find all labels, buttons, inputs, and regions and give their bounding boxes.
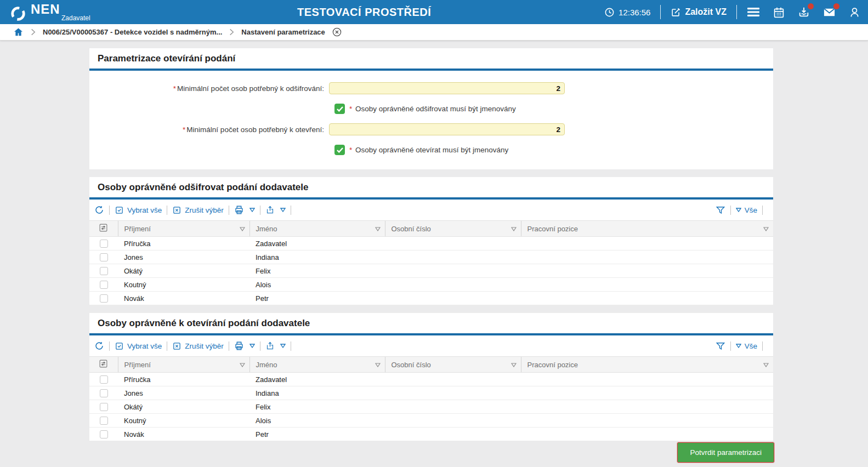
print-button[interactable]: [234, 341, 255, 351]
row-checkbox[interactable]: [100, 417, 108, 425]
column-label: Osobní číslo: [392, 361, 431, 369]
row-checkbox-cell: [89, 264, 118, 278]
column-header-surname[interactable]: Příjmení: [118, 357, 249, 373]
open-named-checkbox[interactable]: [334, 145, 345, 155]
row-checkbox[interactable]: [100, 267, 108, 275]
filter-scope-dropdown[interactable]: Vše: [736, 206, 757, 214]
open-count-label: *Minimální počet osob potřebný k otevřen…: [89, 126, 329, 134]
table-row: NovákPetr: [89, 292, 773, 305]
open-count-input[interactable]: 2: [329, 123, 565, 135]
export-button[interactable]: [265, 341, 286, 351]
decrypt-persons-panel: Osoby oprávněné odšifrovat podání dodava…: [89, 177, 773, 305]
row-checkbox[interactable]: [100, 375, 108, 384]
refresh-button[interactable]: [94, 205, 104, 215]
filter-button[interactable]: [716, 341, 725, 351]
dropdown-triangle-icon: [736, 344, 741, 348]
column-settings-header[interactable]: [89, 357, 118, 373]
row-checkbox-cell: [89, 292, 118, 305]
clear-selection-icon: [172, 206, 181, 215]
column-header-firstname[interactable]: Jméno: [249, 221, 385, 237]
table-row: PříručkaZadavatel: [89, 373, 773, 386]
filter-button[interactable]: [716, 205, 725, 215]
row-checkbox[interactable]: [100, 253, 108, 261]
calendar-button[interactable]: [773, 7, 785, 18]
clear-selection-button[interactable]: Zrušit výběr: [172, 206, 224, 215]
column-filter-icon[interactable]: [511, 227, 517, 231]
export-icon: [265, 341, 275, 351]
column-header-position[interactable]: Pracovní pozice: [521, 357, 773, 373]
column-filter-icon[interactable]: [763, 363, 769, 367]
user-icon: [849, 7, 860, 18]
column-filter-icon[interactable]: [511, 363, 517, 367]
select-all-button[interactable]: Vybrat vše: [115, 206, 162, 215]
row-checkbox[interactable]: [100, 389, 108, 397]
nen-logo[interactable]: NEN Zadavatel: [10, 3, 90, 22]
table-cell: [385, 264, 521, 278]
decrypt-named-checkbox[interactable]: [334, 104, 345, 114]
form-row-decrypt-count: *Minimální počet osob potřebný k odšifro…: [89, 82, 773, 94]
column-filter-icon[interactable]: [240, 363, 245, 367]
export-button[interactable]: [265, 205, 286, 215]
close-tab-icon[interactable]: [332, 27, 342, 37]
column-header-personal-number[interactable]: Osobní číslo: [385, 357, 521, 373]
print-button[interactable]: [234, 205, 255, 215]
table-cell: Zadavatel: [249, 237, 385, 250]
column-filter-icon[interactable]: [375, 363, 381, 367]
column-filter-icon[interactable]: [375, 227, 381, 231]
clear-selection-icon: [172, 341, 181, 351]
table-cell: Felix: [249, 400, 385, 414]
chevron-right-icon: [229, 29, 235, 36]
row-checkbox[interactable]: [100, 403, 108, 411]
select-all-icon: [115, 206, 124, 215]
table-cell: [521, 373, 773, 386]
topbar-separator: [660, 5, 661, 19]
table-cell: Indiana: [249, 250, 385, 264]
column-header-surname[interactable]: Příjmení: [118, 221, 249, 237]
toolbar-separator: [762, 206, 763, 215]
breadcrumb-item-current[interactable]: Nastavení parametrizace: [241, 28, 325, 36]
column-label: Osobní číslo: [392, 225, 431, 233]
row-checkbox[interactable]: [100, 281, 108, 289]
home-icon[interactable]: [13, 27, 24, 37]
create-vz-button[interactable]: Založit VZ: [671, 7, 727, 18]
filter-scope-dropdown[interactable]: Vše: [736, 342, 757, 350]
session-time: 12:36:56: [604, 7, 650, 18]
select-all-button[interactable]: Vybrat vše: [115, 341, 162, 351]
toolbar-separator: [167, 206, 167, 215]
messages-button[interactable]: [823, 6, 836, 19]
column-filter-icon[interactable]: [763, 227, 769, 231]
column-label: Příjmení: [124, 225, 151, 233]
table-cell: Koutný: [118, 414, 249, 428]
table-cell: Indiana: [249, 386, 385, 400]
row-checkbox[interactable]: [100, 430, 108, 438]
breadcrumb-item-contract[interactable]: N006/25/V00005367 - Detekce vozidel s na…: [43, 28, 222, 36]
open-persons-table: Příjmení Jméno Osobní číslo Pracovní poz…: [89, 356, 773, 441]
row-checkbox-cell: [89, 237, 118, 250]
downloads-button[interactable]: [798, 6, 810, 18]
toolbar-separator: [291, 341, 291, 351]
table-row: JonesIndiana: [89, 386, 773, 400]
row-checkbox[interactable]: [100, 294, 108, 303]
check-row-open-named: * Osoby oprávněné otevírat musí být jmen…: [334, 145, 773, 155]
column-header-position[interactable]: Pracovní pozice: [521, 221, 773, 237]
column-settings-header[interactable]: [89, 221, 118, 237]
column-header-firstname[interactable]: Jméno: [249, 357, 385, 373]
clear-selection-button[interactable]: Zrušit výběr: [172, 341, 224, 351]
decrypt-count-input[interactable]: 2: [329, 82, 565, 94]
table-cell: Alois: [249, 414, 385, 428]
menu-button[interactable]: [747, 7, 760, 18]
refresh-button[interactable]: [94, 341, 104, 351]
table-cell: Příručka: [118, 373, 249, 386]
column-header-personal-number[interactable]: Osobní číslo: [385, 221, 521, 237]
top-bar: NEN Zadavatel TESTOVACÍ PROSTŘEDÍ 12:36:…: [0, 0, 868, 24]
table-cell: Novák: [118, 292, 249, 305]
table-cell: [385, 386, 521, 400]
session-time-value: 12:36:56: [619, 8, 650, 17]
row-checkbox[interactable]: [100, 240, 108, 248]
row-checkbox-cell: [89, 373, 118, 386]
column-filter-icon[interactable]: [240, 227, 245, 231]
confirm-parametrization-button[interactable]: Potvrdit parametrizaci: [677, 442, 774, 463]
profile-button[interactable]: [849, 7, 860, 18]
toolbar-separator: [229, 206, 229, 215]
toolbar-separator: [730, 206, 731, 215]
